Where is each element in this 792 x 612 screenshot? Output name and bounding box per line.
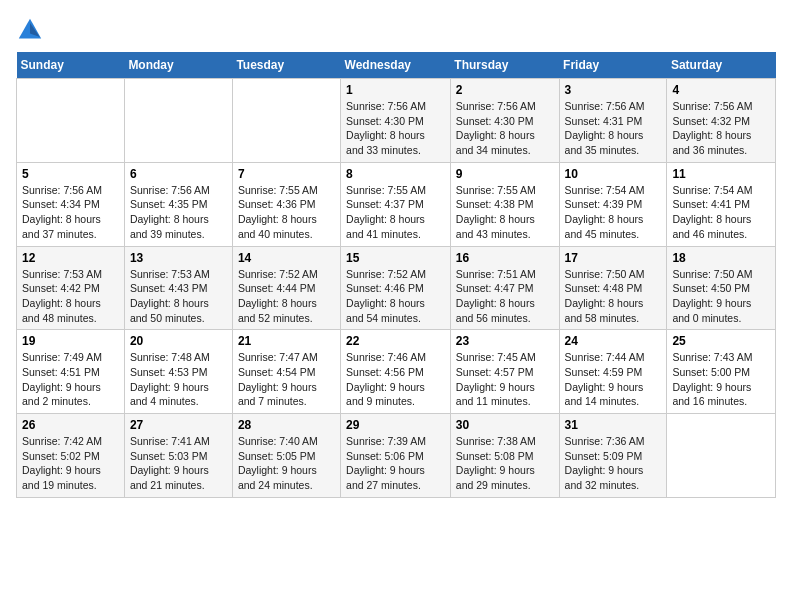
calendar-cell: 28Sunrise: 7:40 AM Sunset: 5:05 PM Dayli… <box>232 414 340 498</box>
day-detail: Sunrise: 7:52 AM Sunset: 4:44 PM Dayligh… <box>238 267 335 326</box>
calendar-cell: 24Sunrise: 7:44 AM Sunset: 4:59 PM Dayli… <box>559 330 667 414</box>
day-number: 9 <box>456 167 554 181</box>
calendar-cell: 29Sunrise: 7:39 AM Sunset: 5:06 PM Dayli… <box>341 414 451 498</box>
calendar-cell: 11Sunrise: 7:54 AM Sunset: 4:41 PM Dayli… <box>667 162 776 246</box>
day-detail: Sunrise: 7:56 AM Sunset: 4:35 PM Dayligh… <box>130 183 227 242</box>
day-detail: Sunrise: 7:55 AM Sunset: 4:36 PM Dayligh… <box>238 183 335 242</box>
day-detail: Sunrise: 7:40 AM Sunset: 5:05 PM Dayligh… <box>238 434 335 493</box>
calendar-cell: 18Sunrise: 7:50 AM Sunset: 4:50 PM Dayli… <box>667 246 776 330</box>
day-number: 28 <box>238 418 335 432</box>
day-number: 23 <box>456 334 554 348</box>
weekday-header-row: SundayMondayTuesdayWednesdayThursdayFrid… <box>17 52 776 79</box>
calendar-cell: 2Sunrise: 7:56 AM Sunset: 4:30 PM Daylig… <box>450 79 559 163</box>
calendar-week-2: 5Sunrise: 7:56 AM Sunset: 4:34 PM Daylig… <box>17 162 776 246</box>
day-detail: Sunrise: 7:36 AM Sunset: 5:09 PM Dayligh… <box>565 434 662 493</box>
day-number: 22 <box>346 334 445 348</box>
calendar-cell: 14Sunrise: 7:52 AM Sunset: 4:44 PM Dayli… <box>232 246 340 330</box>
calendar-cell: 19Sunrise: 7:49 AM Sunset: 4:51 PM Dayli… <box>17 330 125 414</box>
calendar-cell: 12Sunrise: 7:53 AM Sunset: 4:42 PM Dayli… <box>17 246 125 330</box>
day-number: 13 <box>130 251 227 265</box>
day-detail: Sunrise: 7:53 AM Sunset: 4:42 PM Dayligh… <box>22 267 119 326</box>
day-detail: Sunrise: 7:48 AM Sunset: 4:53 PM Dayligh… <box>130 350 227 409</box>
day-number: 2 <box>456 83 554 97</box>
calendar-cell: 10Sunrise: 7:54 AM Sunset: 4:39 PM Dayli… <box>559 162 667 246</box>
day-detail: Sunrise: 7:46 AM Sunset: 4:56 PM Dayligh… <box>346 350 445 409</box>
day-detail: Sunrise: 7:52 AM Sunset: 4:46 PM Dayligh… <box>346 267 445 326</box>
weekday-header-tuesday: Tuesday <box>232 52 340 79</box>
day-number: 5 <box>22 167 119 181</box>
day-number: 30 <box>456 418 554 432</box>
weekday-header-sunday: Sunday <box>17 52 125 79</box>
calendar-cell: 27Sunrise: 7:41 AM Sunset: 5:03 PM Dayli… <box>124 414 232 498</box>
day-number: 19 <box>22 334 119 348</box>
day-number: 18 <box>672 251 770 265</box>
weekday-header-monday: Monday <box>124 52 232 79</box>
calendar-cell: 15Sunrise: 7:52 AM Sunset: 4:46 PM Dayli… <box>341 246 451 330</box>
day-detail: Sunrise: 7:45 AM Sunset: 4:57 PM Dayligh… <box>456 350 554 409</box>
calendar-cell <box>124 79 232 163</box>
calendar-table: SundayMondayTuesdayWednesdayThursdayFrid… <box>16 52 776 498</box>
day-number: 8 <box>346 167 445 181</box>
calendar-cell: 13Sunrise: 7:53 AM Sunset: 4:43 PM Dayli… <box>124 246 232 330</box>
day-detail: Sunrise: 7:54 AM Sunset: 4:39 PM Dayligh… <box>565 183 662 242</box>
calendar-cell: 23Sunrise: 7:45 AM Sunset: 4:57 PM Dayli… <box>450 330 559 414</box>
calendar-cell: 17Sunrise: 7:50 AM Sunset: 4:48 PM Dayli… <box>559 246 667 330</box>
calendar-cell: 22Sunrise: 7:46 AM Sunset: 4:56 PM Dayli… <box>341 330 451 414</box>
calendar-week-4: 19Sunrise: 7:49 AM Sunset: 4:51 PM Dayli… <box>17 330 776 414</box>
weekday-header-saturday: Saturday <box>667 52 776 79</box>
day-detail: Sunrise: 7:53 AM Sunset: 4:43 PM Dayligh… <box>130 267 227 326</box>
calendar-cell: 25Sunrise: 7:43 AM Sunset: 5:00 PM Dayli… <box>667 330 776 414</box>
page-header <box>16 16 776 44</box>
day-number: 31 <box>565 418 662 432</box>
logo-icon <box>16 16 44 44</box>
day-detail: Sunrise: 7:41 AM Sunset: 5:03 PM Dayligh… <box>130 434 227 493</box>
logo <box>16 16 48 44</box>
calendar-cell: 5Sunrise: 7:56 AM Sunset: 4:34 PM Daylig… <box>17 162 125 246</box>
day-number: 4 <box>672 83 770 97</box>
calendar-cell: 16Sunrise: 7:51 AM Sunset: 4:47 PM Dayli… <box>450 246 559 330</box>
calendar-cell: 4Sunrise: 7:56 AM Sunset: 4:32 PM Daylig… <box>667 79 776 163</box>
day-number: 6 <box>130 167 227 181</box>
calendar-cell: 20Sunrise: 7:48 AM Sunset: 4:53 PM Dayli… <box>124 330 232 414</box>
calendar-cell: 1Sunrise: 7:56 AM Sunset: 4:30 PM Daylig… <box>341 79 451 163</box>
calendar-cell: 21Sunrise: 7:47 AM Sunset: 4:54 PM Dayli… <box>232 330 340 414</box>
day-detail: Sunrise: 7:56 AM Sunset: 4:31 PM Dayligh… <box>565 99 662 158</box>
day-number: 12 <box>22 251 119 265</box>
day-detail: Sunrise: 7:56 AM Sunset: 4:34 PM Dayligh… <box>22 183 119 242</box>
day-number: 11 <box>672 167 770 181</box>
day-number: 14 <box>238 251 335 265</box>
day-number: 25 <box>672 334 770 348</box>
day-detail: Sunrise: 7:56 AM Sunset: 4:30 PM Dayligh… <box>456 99 554 158</box>
day-detail: Sunrise: 7:43 AM Sunset: 5:00 PM Dayligh… <box>672 350 770 409</box>
day-number: 17 <box>565 251 662 265</box>
calendar-cell <box>667 414 776 498</box>
day-detail: Sunrise: 7:50 AM Sunset: 4:48 PM Dayligh… <box>565 267 662 326</box>
day-number: 3 <box>565 83 662 97</box>
calendar-week-1: 1Sunrise: 7:56 AM Sunset: 4:30 PM Daylig… <box>17 79 776 163</box>
day-number: 27 <box>130 418 227 432</box>
day-detail: Sunrise: 7:55 AM Sunset: 4:38 PM Dayligh… <box>456 183 554 242</box>
calendar-cell <box>232 79 340 163</box>
calendar-cell <box>17 79 125 163</box>
day-detail: Sunrise: 7:38 AM Sunset: 5:08 PM Dayligh… <box>456 434 554 493</box>
day-number: 21 <box>238 334 335 348</box>
calendar-week-3: 12Sunrise: 7:53 AM Sunset: 4:42 PM Dayli… <box>17 246 776 330</box>
calendar-cell: 26Sunrise: 7:42 AM Sunset: 5:02 PM Dayli… <box>17 414 125 498</box>
calendar-cell: 8Sunrise: 7:55 AM Sunset: 4:37 PM Daylig… <box>341 162 451 246</box>
day-detail: Sunrise: 7:56 AM Sunset: 4:32 PM Dayligh… <box>672 99 770 158</box>
calendar-cell: 9Sunrise: 7:55 AM Sunset: 4:38 PM Daylig… <box>450 162 559 246</box>
calendar-cell: 30Sunrise: 7:38 AM Sunset: 5:08 PM Dayli… <box>450 414 559 498</box>
day-number: 7 <box>238 167 335 181</box>
calendar-cell: 6Sunrise: 7:56 AM Sunset: 4:35 PM Daylig… <box>124 162 232 246</box>
day-number: 24 <box>565 334 662 348</box>
calendar-week-5: 26Sunrise: 7:42 AM Sunset: 5:02 PM Dayli… <box>17 414 776 498</box>
day-number: 26 <box>22 418 119 432</box>
calendar-cell: 3Sunrise: 7:56 AM Sunset: 4:31 PM Daylig… <box>559 79 667 163</box>
day-detail: Sunrise: 7:56 AM Sunset: 4:30 PM Dayligh… <box>346 99 445 158</box>
day-detail: Sunrise: 7:51 AM Sunset: 4:47 PM Dayligh… <box>456 267 554 326</box>
day-detail: Sunrise: 7:39 AM Sunset: 5:06 PM Dayligh… <box>346 434 445 493</box>
day-number: 16 <box>456 251 554 265</box>
weekday-header-thursday: Thursday <box>450 52 559 79</box>
day-number: 20 <box>130 334 227 348</box>
day-detail: Sunrise: 7:42 AM Sunset: 5:02 PM Dayligh… <box>22 434 119 493</box>
